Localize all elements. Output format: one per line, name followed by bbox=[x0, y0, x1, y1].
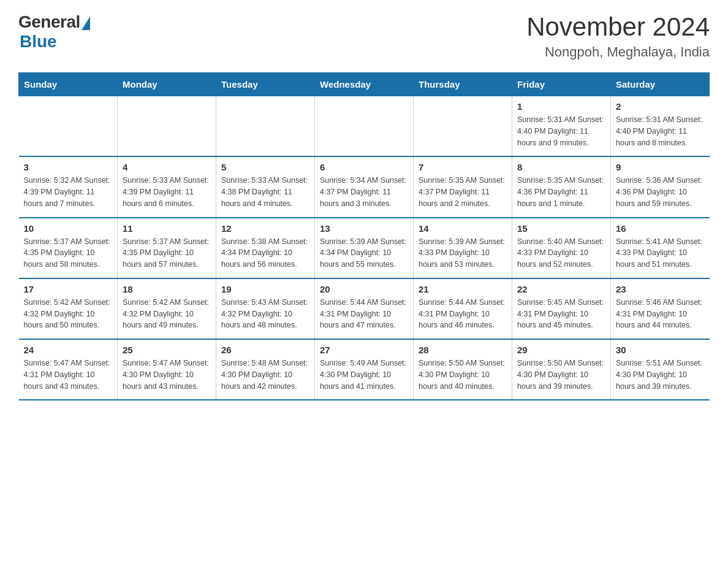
calendar-week-row: 24Sunrise: 5:47 AM Sunset: 4:31 PM Dayli… bbox=[19, 339, 710, 400]
calendar-cell: 12Sunrise: 5:38 AM Sunset: 4:34 PM Dayli… bbox=[216, 218, 315, 278]
day-number: 6 bbox=[320, 162, 408, 172]
calendar-header: SundayMondayTuesdayWednesdayThursdayFrid… bbox=[19, 73, 710, 96]
day-info: Sunrise: 5:35 AM Sunset: 4:36 PM Dayligh… bbox=[517, 175, 605, 209]
calendar-cell bbox=[19, 96, 118, 157]
day-number: 21 bbox=[419, 284, 507, 294]
calendar-cell bbox=[118, 96, 216, 157]
day-number: 10 bbox=[24, 223, 113, 234]
calendar-cell: 23Sunrise: 5:46 AM Sunset: 4:31 PM Dayli… bbox=[611, 278, 710, 339]
day-number: 18 bbox=[123, 284, 211, 294]
day-info: Sunrise: 5:31 AM Sunset: 4:40 PM Dayligh… bbox=[517, 114, 605, 148]
calendar-cell: 8Sunrise: 5:35 AM Sunset: 4:36 PM Daylig… bbox=[512, 156, 611, 217]
calendar-cell: 3Sunrise: 5:32 AM Sunset: 4:39 PM Daylig… bbox=[19, 156, 118, 217]
logo-triangle-icon bbox=[82, 17, 90, 30]
calendar-body: 1Sunrise: 5:31 AM Sunset: 4:40 PM Daylig… bbox=[19, 96, 710, 400]
day-info: Sunrise: 5:35 AM Sunset: 4:37 PM Dayligh… bbox=[419, 175, 507, 209]
calendar-cell: 19Sunrise: 5:43 AM Sunset: 4:32 PM Dayli… bbox=[216, 278, 315, 339]
calendar-cell: 20Sunrise: 5:44 AM Sunset: 4:31 PM Dayli… bbox=[315, 278, 414, 339]
day-info: Sunrise: 5:34 AM Sunset: 4:37 PM Dayligh… bbox=[320, 175, 408, 209]
day-info: Sunrise: 5:38 AM Sunset: 4:34 PM Dayligh… bbox=[221, 236, 309, 270]
day-number: 12 bbox=[221, 223, 309, 234]
calendar-cell: 22Sunrise: 5:45 AM Sunset: 4:31 PM Dayli… bbox=[512, 278, 611, 339]
day-number: 9 bbox=[616, 162, 705, 172]
day-number: 26 bbox=[221, 345, 309, 355]
day-info: Sunrise: 5:43 AM Sunset: 4:32 PM Dayligh… bbox=[221, 297, 309, 331]
day-info: Sunrise: 5:31 AM Sunset: 4:40 PM Dayligh… bbox=[616, 114, 705, 148]
calendar-cell bbox=[414, 96, 512, 157]
calendar-cell: 4Sunrise: 5:33 AM Sunset: 4:39 PM Daylig… bbox=[118, 156, 216, 217]
calendar-cell: 14Sunrise: 5:39 AM Sunset: 4:33 PM Dayli… bbox=[414, 218, 512, 278]
day-number: 30 bbox=[616, 345, 705, 355]
calendar-cell: 28Sunrise: 5:50 AM Sunset: 4:30 PM Dayli… bbox=[414, 339, 512, 400]
day-info: Sunrise: 5:47 AM Sunset: 4:31 PM Dayligh… bbox=[24, 358, 113, 392]
calendar-cell: 16Sunrise: 5:41 AM Sunset: 4:33 PM Dayli… bbox=[611, 218, 710, 278]
calendar-table: SundayMondayTuesdayWednesdayThursdayFrid… bbox=[18, 72, 710, 400]
calendar-cell: 25Sunrise: 5:47 AM Sunset: 4:30 PM Dayli… bbox=[118, 339, 216, 400]
day-number: 14 bbox=[419, 223, 507, 234]
day-number: 28 bbox=[419, 345, 507, 355]
day-info: Sunrise: 5:48 AM Sunset: 4:30 PM Dayligh… bbox=[221, 358, 309, 392]
calendar-cell: 11Sunrise: 5:37 AM Sunset: 4:35 PM Dayli… bbox=[118, 218, 216, 278]
calendar-week-row: 3Sunrise: 5:32 AM Sunset: 4:39 PM Daylig… bbox=[19, 156, 710, 217]
page-header: General Blue November 2024 Nongpoh, Megh… bbox=[18, 12, 710, 60]
weekday-row: SundayMondayTuesdayWednesdayThursdayFrid… bbox=[19, 73, 710, 96]
location-subtitle: Nongpoh, Meghalaya, India bbox=[526, 44, 710, 60]
weekday-header-thursday: Thursday bbox=[414, 73, 512, 96]
day-number: 19 bbox=[221, 284, 309, 294]
calendar-cell: 7Sunrise: 5:35 AM Sunset: 4:37 PM Daylig… bbox=[414, 156, 512, 217]
weekday-header-sunday: Sunday bbox=[19, 73, 118, 96]
calendar-cell: 10Sunrise: 5:37 AM Sunset: 4:35 PM Dayli… bbox=[19, 218, 118, 278]
day-number: 3 bbox=[24, 162, 113, 172]
day-number: 15 bbox=[517, 223, 605, 234]
day-info: Sunrise: 5:42 AM Sunset: 4:32 PM Dayligh… bbox=[24, 297, 113, 331]
weekday-header-monday: Monday bbox=[118, 73, 216, 96]
day-info: Sunrise: 5:32 AM Sunset: 4:39 PM Dayligh… bbox=[24, 175, 113, 209]
day-number: 7 bbox=[419, 162, 507, 172]
day-number: 8 bbox=[517, 162, 605, 172]
day-info: Sunrise: 5:39 AM Sunset: 4:34 PM Dayligh… bbox=[320, 236, 408, 270]
title-section: November 2024 Nongpoh, Meghalaya, India bbox=[526, 12, 710, 60]
calendar-week-row: 1Sunrise: 5:31 AM Sunset: 4:40 PM Daylig… bbox=[19, 96, 710, 157]
calendar-cell: 24Sunrise: 5:47 AM Sunset: 4:31 PM Dayli… bbox=[19, 339, 118, 400]
calendar-cell: 6Sunrise: 5:34 AM Sunset: 4:37 PM Daylig… bbox=[315, 156, 414, 217]
calendar-cell: 29Sunrise: 5:50 AM Sunset: 4:30 PM Dayli… bbox=[512, 339, 611, 400]
day-number: 1 bbox=[517, 101, 605, 112]
day-info: Sunrise: 5:46 AM Sunset: 4:31 PM Dayligh… bbox=[616, 297, 705, 331]
day-number: 20 bbox=[320, 284, 408, 294]
day-info: Sunrise: 5:41 AM Sunset: 4:33 PM Dayligh… bbox=[616, 236, 705, 270]
calendar-cell: 15Sunrise: 5:40 AM Sunset: 4:33 PM Dayli… bbox=[512, 218, 611, 278]
day-number: 5 bbox=[221, 162, 309, 172]
day-number: 23 bbox=[616, 284, 705, 294]
day-number: 27 bbox=[320, 345, 408, 355]
day-number: 2 bbox=[616, 101, 705, 112]
calendar-week-row: 17Sunrise: 5:42 AM Sunset: 4:32 PM Dayli… bbox=[19, 278, 710, 339]
weekday-header-saturday: Saturday bbox=[611, 73, 710, 96]
day-info: Sunrise: 5:50 AM Sunset: 4:30 PM Dayligh… bbox=[517, 358, 605, 392]
calendar-cell: 27Sunrise: 5:49 AM Sunset: 4:30 PM Dayli… bbox=[315, 339, 414, 400]
calendar-cell: 17Sunrise: 5:42 AM Sunset: 4:32 PM Dayli… bbox=[19, 278, 118, 339]
day-info: Sunrise: 5:40 AM Sunset: 4:33 PM Dayligh… bbox=[517, 236, 605, 270]
logo-blue-text: Blue bbox=[20, 32, 57, 52]
calendar-cell: 1Sunrise: 5:31 AM Sunset: 4:40 PM Daylig… bbox=[512, 96, 611, 157]
calendar-cell: 26Sunrise: 5:48 AM Sunset: 4:30 PM Dayli… bbox=[216, 339, 315, 400]
calendar-cell: 30Sunrise: 5:51 AM Sunset: 4:30 PM Dayli… bbox=[611, 339, 710, 400]
day-number: 24 bbox=[24, 345, 113, 355]
day-info: Sunrise: 5:39 AM Sunset: 4:33 PM Dayligh… bbox=[419, 236, 507, 270]
weekday-header-wednesday: Wednesday bbox=[315, 73, 414, 96]
calendar-cell bbox=[315, 96, 414, 157]
day-info: Sunrise: 5:33 AM Sunset: 4:39 PM Dayligh… bbox=[123, 175, 211, 209]
day-number: 22 bbox=[517, 284, 605, 294]
calendar-cell: 5Sunrise: 5:33 AM Sunset: 4:38 PM Daylig… bbox=[216, 156, 315, 217]
day-number: 17 bbox=[24, 284, 113, 294]
day-number: 11 bbox=[123, 223, 211, 234]
logo: General Blue bbox=[18, 12, 90, 52]
page-title: November 2024 bbox=[526, 12, 710, 42]
calendar-cell: 13Sunrise: 5:39 AM Sunset: 4:34 PM Dayli… bbox=[315, 218, 414, 278]
calendar-cell bbox=[216, 96, 315, 157]
calendar-cell: 18Sunrise: 5:42 AM Sunset: 4:32 PM Dayli… bbox=[118, 278, 216, 339]
day-info: Sunrise: 5:42 AM Sunset: 4:32 PM Dayligh… bbox=[123, 297, 211, 331]
day-info: Sunrise: 5:37 AM Sunset: 4:35 PM Dayligh… bbox=[24, 236, 113, 270]
weekday-header-friday: Friday bbox=[512, 73, 611, 96]
day-number: 25 bbox=[123, 345, 211, 355]
day-info: Sunrise: 5:33 AM Sunset: 4:38 PM Dayligh… bbox=[221, 175, 309, 209]
